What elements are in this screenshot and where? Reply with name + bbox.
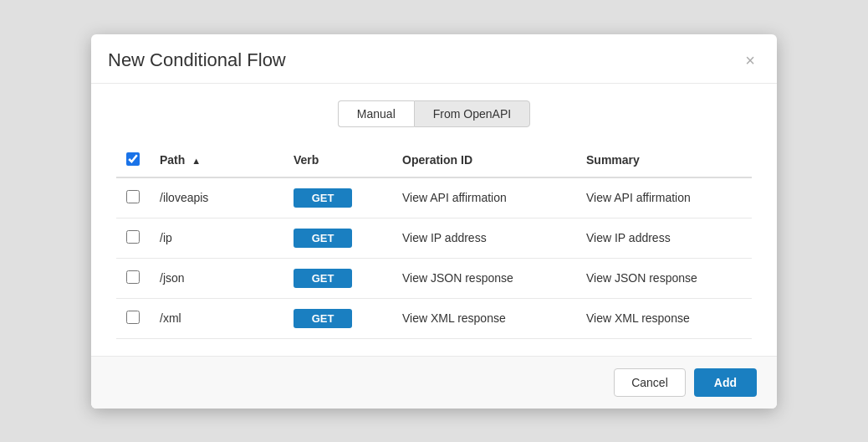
row-path-4: /xml (150, 298, 283, 338)
header-operation-id: Operation ID (392, 144, 576, 177)
dialog-title: New Conditional Flow (108, 49, 286, 71)
tab-manual[interactable]: Manual (338, 100, 414, 127)
row-check-2 (116, 218, 150, 258)
verb-badge-get: GET (294, 269, 352, 288)
row-summary-4: View XML response (576, 298, 752, 338)
tab-bar: Manual From OpenAPI (116, 100, 752, 127)
row-verb-1: GET (283, 177, 392, 218)
header-summary: Summary (576, 144, 752, 177)
row-summary-1: View API affirmation (576, 177, 752, 218)
row-summary-3: View JSON response (576, 258, 752, 298)
dialog-header: New Conditional Flow × (91, 34, 777, 84)
header-check (116, 144, 150, 177)
table-header: Path ▲ Verb Operation ID Summary (116, 144, 752, 177)
row-path-1: /iloveapis (150, 177, 283, 218)
dialog-footer: Cancel Add (91, 356, 777, 409)
verb-badge-get: GET (294, 188, 352, 208)
select-all-checkbox[interactable] (126, 152, 140, 166)
row-opid-1: View API affirmation (392, 177, 576, 218)
row-check-4 (116, 298, 150, 338)
row-verb-3: GET (283, 258, 392, 298)
header-verb: Verb (283, 144, 392, 177)
table-row: /xml GET View XML response View XML resp… (116, 298, 752, 338)
sort-asc-icon: ▲ (191, 156, 201, 166)
table-row: /json GET View JSON response View JSON r… (116, 258, 752, 298)
table-row: /ip GET View IP address View IP address (116, 218, 752, 258)
row-check-3 (116, 258, 150, 298)
api-table: Path ▲ Verb Operation ID Summary /ilovea… (116, 144, 752, 339)
row-checkbox-2[interactable] (126, 230, 140, 244)
add-button[interactable]: Add (694, 368, 757, 397)
verb-badge-get: GET (294, 229, 352, 248)
row-path-3: /json (150, 258, 283, 298)
row-verb-4: GET (283, 298, 392, 338)
row-opid-4: View XML response (392, 298, 576, 338)
row-checkbox-3[interactable] (126, 270, 140, 284)
dialog-body: Manual From OpenAPI Path ▲ Verb Operatio… (91, 84, 777, 356)
close-button[interactable]: × (740, 50, 760, 70)
row-check-1 (116, 177, 150, 218)
row-path-2: /ip (150, 218, 283, 258)
row-summary-2: View IP address (576, 218, 752, 258)
table-body: /iloveapis GET View API affirmation View… (116, 177, 752, 339)
row-checkbox-1[interactable] (126, 190, 140, 203)
tab-from-openapi[interactable]: From OpenAPI (414, 100, 530, 127)
row-opid-3: View JSON response (392, 258, 576, 298)
verb-badge-get: GET (294, 309, 352, 328)
cancel-button[interactable]: Cancel (614, 368, 686, 397)
row-verb-2: GET (283, 218, 392, 258)
row-checkbox-4[interactable] (126, 311, 140, 324)
new-conditional-flow-dialog: New Conditional Flow × Manual From OpenA… (91, 34, 777, 409)
table-row: /iloveapis GET View API affirmation View… (116, 177, 752, 218)
header-path: Path ▲ (150, 144, 283, 177)
row-opid-2: View IP address (392, 218, 576, 258)
